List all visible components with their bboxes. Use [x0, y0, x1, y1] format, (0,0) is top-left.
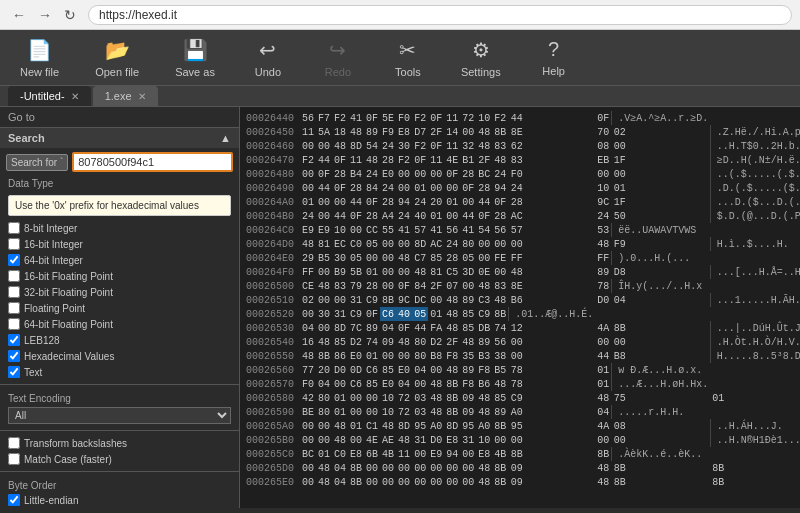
- hex-cell[interactable]: F0: [300, 377, 316, 391]
- hex-cell[interactable]: 94: [444, 447, 460, 461]
- hex-cell[interactable]: 70: [595, 125, 612, 139]
- table-row[interactable]: 000264A0010000440F289424200100440F289C1F…: [244, 195, 800, 209]
- hex-cell[interactable]: 01: [612, 181, 711, 195]
- hex-cell[interactable]: 00: [380, 349, 396, 363]
- refresh-button[interactable]: ↻: [60, 5, 80, 25]
- hex-cell[interactable]: 85: [364, 377, 380, 391]
- hex-cell[interactable]: F2: [332, 111, 348, 125]
- hex-cell[interactable]: AE: [380, 433, 396, 447]
- hex-cell[interactable]: 00: [595, 167, 612, 181]
- hex-cell[interactable]: 6B: [364, 447, 380, 461]
- tab-untitled-close[interactable]: ✕: [71, 91, 79, 102]
- hex-cell[interactable]: 00: [364, 391, 380, 405]
- hex-cell[interactable]: 31: [460, 433, 476, 447]
- hex-cell[interactable]: 10: [595, 181, 612, 195]
- hex-cell[interactable]: 35: [460, 349, 476, 363]
- hex-cell[interactable]: C3: [476, 293, 492, 307]
- search-input[interactable]: [72, 152, 233, 172]
- hex-cell[interactable]: 01: [348, 419, 364, 433]
- new-file-button[interactable]: 📄 New file: [12, 34, 67, 82]
- hex-cell[interactable]: C9: [476, 307, 492, 321]
- checkbox-hex-input[interactable]: [8, 350, 20, 362]
- hex-cell[interactable]: 00: [444, 209, 460, 223]
- hex-cell[interactable]: 48: [316, 335, 332, 349]
- hex-cell[interactable]: 48: [492, 377, 509, 391]
- hex-cell[interactable]: 48: [332, 139, 348, 153]
- hex-cell[interactable]: 0F: [412, 153, 428, 167]
- hex-cell[interactable]: 00: [300, 167, 316, 181]
- hex-cell[interactable]: 11: [444, 139, 460, 153]
- hex-cell[interactable]: 80: [460, 237, 476, 251]
- hex-cell[interactable]: 48: [428, 391, 444, 405]
- hex-cell[interactable]: A0: [476, 419, 492, 433]
- hex-cell[interactable]: 00: [348, 223, 364, 237]
- hex-cell[interactable]: 86: [332, 349, 348, 363]
- hex-cell[interactable]: E9: [428, 447, 444, 461]
- hex-cell[interactable]: 31: [348, 293, 364, 307]
- back-button[interactable]: ←: [8, 5, 30, 25]
- hex-cell[interactable]: C0: [348, 237, 364, 251]
- hex-cell[interactable]: 00: [396, 475, 412, 489]
- hex-cell[interactable]: 00: [612, 433, 711, 447]
- settings-button[interactable]: ⚙ Settings: [453, 34, 509, 82]
- checkbox-transform-input[interactable]: [8, 437, 20, 449]
- hex-cell[interactable]: 74: [492, 321, 509, 335]
- hex-cell[interactable]: 00: [428, 475, 444, 489]
- hex-cell[interactable]: 95: [460, 419, 476, 433]
- hex-cell[interactable]: F9: [612, 237, 711, 251]
- hex-cell[interactable]: FF: [595, 251, 612, 265]
- hex-cell[interactable]: 89: [476, 335, 492, 349]
- hex-cell[interactable]: 48: [316, 475, 332, 489]
- hex-cell[interactable]: 28: [444, 251, 460, 265]
- hex-cell[interactable]: 04: [332, 461, 348, 475]
- hex-cell[interactable]: 83: [509, 153, 596, 167]
- hex-cell[interactable]: 00: [412, 461, 428, 475]
- hex-cell[interactable]: 85: [460, 321, 476, 335]
- hex-cell[interactable]: FA: [428, 321, 444, 335]
- hex-cell[interactable]: 00: [300, 461, 316, 475]
- hex-cell[interactable]: 48: [332, 433, 348, 447]
- hex-cell[interactable]: 08: [612, 419, 711, 433]
- hex-cell[interactable]: 00: [612, 167, 711, 181]
- tab-exe[interactable]: 1.exe ✕: [93, 86, 158, 106]
- hex-cell[interactable]: 04: [380, 321, 396, 335]
- hex-cell[interactable]: 00: [364, 475, 380, 489]
- hex-cell[interactable]: 00: [428, 167, 444, 181]
- table-row[interactable]: 000264F0FF00B95B0100004881C53D0E004889D8…: [244, 265, 800, 279]
- hex-cell[interactable]: 48: [380, 419, 396, 433]
- checkbox-leb128[interactable]: LEB128: [0, 332, 239, 348]
- hex-cell[interactable]: 79: [348, 279, 364, 293]
- hex-cell[interactable]: 80: [316, 405, 332, 419]
- hex-cell[interactable]: 01: [332, 405, 348, 419]
- hex-cell[interactable]: 94: [396, 195, 412, 209]
- hex-cell[interactable]: 0F: [396, 279, 412, 293]
- hex-cell[interactable]: B8: [612, 349, 711, 363]
- hex-cell[interactable]: 89: [364, 125, 380, 139]
- hex-cell[interactable]: 95: [412, 419, 428, 433]
- table-row[interactable]: 000265C0BC01C0E86B4B1100E99400E84B8B8B.À…: [244, 447, 800, 461]
- hex-cell[interactable]: 10: [476, 111, 492, 125]
- hex-cell[interactable]: C6: [380, 307, 396, 321]
- hex-cell[interactable]: 00: [412, 377, 428, 391]
- hex-cell[interactable]: 57: [509, 223, 596, 237]
- checkbox-text-input[interactable]: [8, 366, 20, 378]
- hex-cell[interactable]: 00: [380, 475, 396, 489]
- hex-cell[interactable]: 54: [476, 223, 492, 237]
- hex-cell[interactable]: 89: [460, 363, 476, 377]
- hex-cell[interactable]: 89: [492, 405, 509, 419]
- hex-cell[interactable]: 83: [332, 279, 348, 293]
- hex-cell[interactable]: EB: [595, 153, 612, 167]
- hex-cell[interactable]: 00: [509, 335, 596, 349]
- checkbox-transform[interactable]: Transform backslashes: [0, 435, 239, 451]
- open-file-button[interactable]: 📂 Open file: [87, 34, 147, 82]
- hex-cell[interactable]: 0F: [364, 195, 380, 209]
- hex-cell[interactable]: 48: [412, 265, 428, 279]
- hex-cell[interactable]: 10: [380, 405, 396, 419]
- hex-cell[interactable]: 32: [460, 139, 476, 153]
- forward-button[interactable]: →: [34, 5, 56, 25]
- hex-cell[interactable]: 44: [348, 195, 364, 209]
- hex-cell[interactable]: 00: [428, 181, 444, 195]
- hex-cell[interactable]: 00: [396, 237, 412, 251]
- hex-cell[interactable]: 31: [412, 433, 428, 447]
- table-row[interactable]: 00026540164885D274094880D22F488956000000…: [244, 335, 800, 349]
